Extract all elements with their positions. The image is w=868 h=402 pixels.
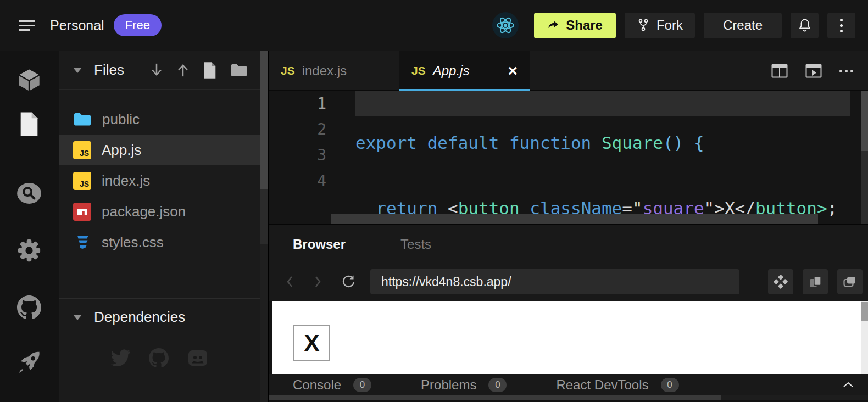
discord-icon[interactable] <box>187 349 209 367</box>
devtools-grid-button[interactable] <box>768 269 793 294</box>
react-devtools-tab[interactable]: React DevTools 0 <box>556 377 678 393</box>
panel-horizontal-scrollbar[interactable] <box>269 395 868 400</box>
editor-vertical-scrollbar[interactable] <box>861 91 868 224</box>
explorer-scrollbar[interactable] <box>260 51 268 402</box>
refresh-icon[interactable] <box>341 274 356 289</box>
file-row-public[interactable]: public <box>59 104 260 135</box>
social-links <box>59 348 260 368</box>
new-file-icon[interactable] <box>203 62 217 79</box>
fork-label: Fork <box>656 18 683 33</box>
chevron-down-icon <box>73 315 82 320</box>
css-file-icon <box>73 233 91 252</box>
forward-icon[interactable] <box>313 275 322 289</box>
npm-file-icon <box>73 203 91 221</box>
create-button[interactable]: Create <box>704 13 782 38</box>
open-preview-icon[interactable] <box>805 64 822 78</box>
preview-scrollbar[interactable] <box>861 301 868 374</box>
folder-icon <box>73 111 92 127</box>
more-menu-button[interactable] <box>827 13 855 38</box>
tab-tests[interactable]: Tests <box>400 237 431 252</box>
chevron-down-icon <box>73 68 82 73</box>
square-button[interactable]: X <box>293 325 330 361</box>
line-number: 4 <box>269 168 326 194</box>
editor-actions <box>771 51 868 91</box>
count-badge: 0 <box>488 378 507 392</box>
count-badge: 0 <box>661 378 679 392</box>
stacked-windows-icon <box>842 275 858 288</box>
plan-badge: Free <box>114 14 162 36</box>
more-options-icon[interactable] <box>839 70 853 72</box>
file-explorer-icon[interactable] <box>16 111 42 137</box>
deploy-rocket-icon[interactable] <box>16 349 42 376</box>
file-row-styles-css[interactable]: styles.css <box>59 227 260 258</box>
file-list: public JS App.js JS index.js package.jso… <box>59 104 260 258</box>
file-row-index-js[interactable]: JS index.js <box>59 165 260 196</box>
file-name: package.json <box>102 203 186 220</box>
browser-actions <box>768 269 868 294</box>
new-folder-icon[interactable] <box>230 63 248 77</box>
url-input[interactable] <box>370 269 739 294</box>
settings-gear-icon[interactable] <box>16 237 42 264</box>
line-number: 2 <box>269 116 326 142</box>
file-explorer-panel: Files public JS App.js JS index.js <box>59 51 260 402</box>
download-arrow-icon[interactable] <box>150 62 163 79</box>
share-arrow-icon <box>547 20 559 31</box>
file-name: public <box>102 111 140 128</box>
scrollbar-thumb[interactable] <box>861 91 868 151</box>
file-row-package-json[interactable]: package.json <box>59 196 260 227</box>
tab-app-js[interactable]: JS App.js × <box>399 51 530 91</box>
scrollbar-thumb[interactable] <box>269 395 721 400</box>
count-badge: 0 <box>353 378 371 392</box>
tab-browser[interactable]: Browser <box>293 237 346 252</box>
browser-panel: Browser Tests <box>269 224 868 402</box>
dependencies-section-header[interactable]: Dependencies <box>59 298 260 336</box>
diamond-grid-icon <box>774 275 788 289</box>
code-line: export default function Square() { <box>355 130 837 156</box>
browser-preview: X <box>269 301 868 374</box>
dependencies-label: Dependencies <box>94 309 185 326</box>
code-editor[interactable]: 1 2 3 4 export default function Square()… <box>269 91 868 224</box>
sandbox-cube-icon[interactable] <box>16 67 42 93</box>
line-number-gutter: 1 2 3 4 <box>269 91 326 194</box>
chevron-up-icon[interactable] <box>843 382 854 388</box>
github-social-icon[interactable] <box>149 348 169 368</box>
search-icon[interactable] <box>16 180 42 206</box>
browser-panel-tabs: Browser Tests <box>269 225 868 264</box>
tab-label: index.js <box>302 63 347 79</box>
react-logo-icon[interactable] <box>492 12 519 38</box>
upload-arrow-icon[interactable] <box>176 62 190 79</box>
console-tab[interactable]: Console 0 <box>293 377 371 393</box>
codesandbox-app: Personal Free Share Fork Create <box>0 0 868 402</box>
twitter-icon[interactable] <box>110 349 131 367</box>
main-area: JS index.js JS App.js × 1 2 3 4 <box>268 51 868 402</box>
bell-icon <box>798 18 812 33</box>
javascript-tab-icon: JS <box>411 64 426 77</box>
files-section-label: Files <box>94 62 124 79</box>
javascript-file-icon: JS <box>73 141 91 159</box>
problems-tab[interactable]: Problems 0 <box>421 377 507 393</box>
fork-button[interactable]: Fork <box>625 13 695 38</box>
console-bar: Console 0 Problems 0 React DevTools 0 <box>269 374 868 395</box>
workspace-name[interactable]: Personal <box>50 18 104 34</box>
tab-label: App.js <box>433 63 470 79</box>
back-icon[interactable] <box>286 275 294 289</box>
notifications-button[interactable] <box>791 13 819 38</box>
picture-in-picture-button[interactable] <box>837 269 863 294</box>
split-editor-icon[interactable] <box>771 64 788 78</box>
hamburger-menu-icon[interactable] <box>19 20 35 31</box>
activity-bar <box>0 51 59 402</box>
tab-index-js[interactable]: JS index.js <box>269 51 399 91</box>
browser-navigation-bar <box>269 264 868 300</box>
editor-horizontal-scrollbar[interactable] <box>331 214 818 224</box>
create-label: Create <box>723 18 763 33</box>
scrollbar-thumb[interactable] <box>861 302 868 321</box>
files-section-header[interactable]: Files <box>59 51 260 90</box>
close-tab-icon[interactable]: × <box>508 63 518 79</box>
open-in-new-window-button[interactable] <box>803 269 828 294</box>
github-icon[interactable] <box>16 294 42 321</box>
file-row-app-js[interactable]: JS App.js <box>59 135 260 165</box>
scrollbar-thumb[interactable] <box>260 51 268 189</box>
share-button[interactable]: Share <box>534 13 616 38</box>
kebab-menu-icon <box>840 19 843 32</box>
javascript-file-icon: JS <box>73 172 91 190</box>
